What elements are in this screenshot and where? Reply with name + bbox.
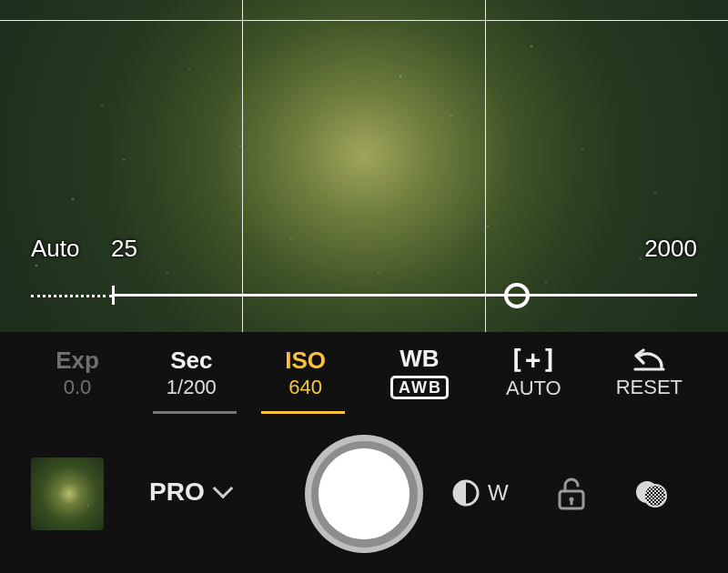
lens-label: W bbox=[488, 480, 509, 506]
lens-icon bbox=[450, 478, 481, 508]
tab-shutter-value: 1/200 bbox=[167, 377, 217, 397]
reset-label: RESET bbox=[616, 377, 682, 397]
chevron-down-icon bbox=[212, 478, 233, 499]
tab-exposure[interactable]: Exp 0.0 bbox=[46, 348, 109, 397]
iso-auto-label: Auto bbox=[31, 235, 80, 263]
pro-settings-tabs: Exp 0.0 Sec 1/200 ISO 640 WB AWB [+] AUT… bbox=[0, 332, 728, 414]
tab-exposure-value: 0.0 bbox=[64, 377, 92, 397]
iso-track-auto-zone bbox=[31, 295, 112, 297]
tab-shutter-speed[interactable]: Sec 1/200 bbox=[159, 348, 223, 397]
undo-icon bbox=[631, 348, 667, 372]
tab-wb-value: AWB bbox=[390, 376, 449, 399]
unlock-icon bbox=[555, 476, 588, 512]
camera-viewfinder[interactable]: Auto 25 2000 bbox=[0, 0, 728, 332]
filters-icon bbox=[632, 476, 669, 512]
tab-white-balance[interactable]: WB AWB bbox=[388, 347, 451, 399]
iso-track bbox=[112, 294, 697, 297]
shutter-button[interactable] bbox=[305, 435, 423, 553]
tab-iso[interactable]: ISO 640 bbox=[274, 348, 338, 397]
iso-slider[interactable] bbox=[31, 294, 697, 297]
focus-bracket-icon: [+] bbox=[510, 347, 559, 373]
grid-vertical-1 bbox=[242, 0, 243, 332]
iso-slider-thumb[interactable] bbox=[504, 283, 530, 308]
viewfinder-texture bbox=[0, 0, 728, 332]
iso-min-label: 25 bbox=[111, 235, 137, 263]
iso-max-label: 2000 bbox=[644, 235, 697, 263]
tab-shutter-title: Sec bbox=[170, 348, 212, 372]
camera-mode-label: PRO bbox=[149, 478, 205, 507]
gallery-thumbnail[interactable] bbox=[31, 457, 104, 530]
tab-exposure-title: Exp bbox=[56, 348, 99, 372]
tab-wb-title: WB bbox=[399, 347, 439, 370]
filters-button[interactable] bbox=[632, 476, 669, 512]
reset-button[interactable]: RESET bbox=[616, 348, 682, 397]
tab-iso-value: 640 bbox=[288, 377, 322, 397]
grid-horizontal-1 bbox=[0, 20, 728, 21]
camera-mode-selector[interactable]: PRO bbox=[149, 478, 230, 507]
grid-vertical-2 bbox=[485, 0, 486, 332]
lens-switch-button[interactable]: W bbox=[450, 478, 509, 508]
bottom-bar: PRO W bbox=[0, 414, 728, 573]
lock-settings-button[interactable] bbox=[555, 476, 588, 512]
iso-min-tick bbox=[112, 286, 115, 305]
tab-focus[interactable]: [+] AUTO bbox=[501, 347, 565, 398]
tab-focus-value: AUTO bbox=[506, 378, 561, 398]
tab-iso-title: ISO bbox=[285, 348, 326, 372]
shutter-ring bbox=[311, 441, 418, 548]
shutter-inner bbox=[318, 448, 410, 539]
